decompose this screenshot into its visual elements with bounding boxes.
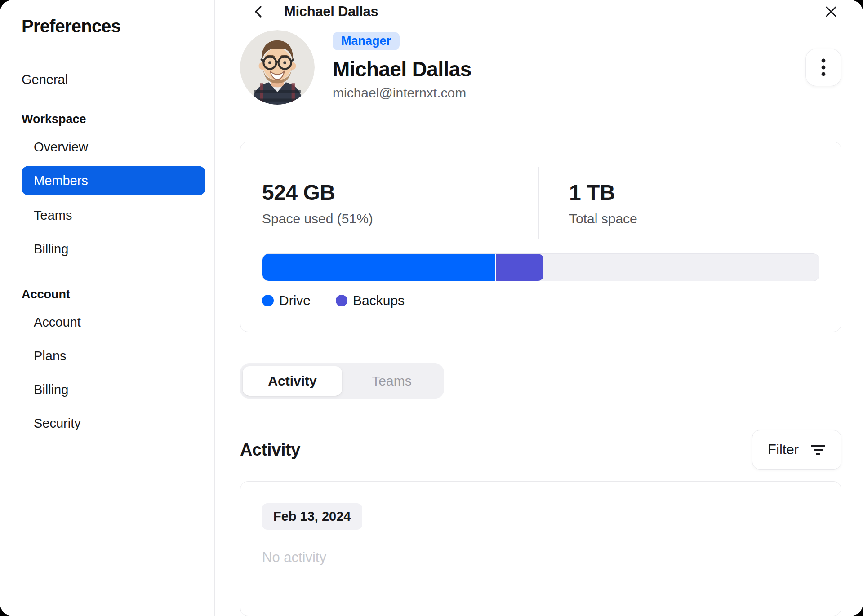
sidebar-item-general[interactable]: General [22,66,205,93]
activity-card: Feb 13, 2024 No activity [240,481,841,616]
detail-tabs: Activity Teams [240,363,444,399]
activity-empty-text: No activity [262,550,819,566]
kebab-menu-icon [821,58,826,77]
back-button[interactable] [248,1,269,22]
profile-info: Manager Michael Dallas michael@internxt.… [333,30,472,105]
space-used-value: 524 GB [262,180,538,205]
storage-card: 524 GB Space used (51%) 1 TB Total space… [240,142,841,332]
storage-legend: Drive Backups [262,293,819,308]
sidebar-section-workspace: Workspace [22,111,205,127]
backups-dot-icon [336,295,347,306]
activity-heading: Activity [240,440,300,460]
member-avatar [240,30,315,105]
legend-item-backups: Backups [336,293,405,308]
storage-stats: 524 GB Space used (51%) 1 TB Total space [262,167,819,239]
sidebar-item-overview[interactable]: Overview [22,133,205,161]
role-badge: Manager [333,32,400,50]
member-email: michael@internxt.com [333,85,472,101]
legend-item-drive: Drive [262,293,311,308]
total-space-value: 1 TB [569,180,637,205]
member-detail-panel: Michael Dallas [215,0,863,616]
sidebar-title: Preferences [22,16,205,36]
sidebar-section-account: Account [22,286,205,302]
topbar: Michael Dallas [240,0,841,23]
profile-row: Manager Michael Dallas michael@internxt.… [240,30,841,105]
tab-activity[interactable]: Activity [243,366,342,396]
storage-usage-bar [262,253,819,281]
sidebar: Preferences General Workspace Overview M… [0,0,215,616]
activity-header-row: Activity Filter [240,430,841,470]
storage-bar-backups [496,254,543,281]
space-used-stat: 524 GB Space used (51%) [262,180,538,226]
close-icon [823,4,839,20]
sidebar-item-plans[interactable]: Plans [22,342,205,370]
chevron-left-icon [250,4,267,20]
storage-bar-drive [262,254,496,281]
avatar-photo-icon [240,30,315,105]
sidebar-item-security[interactable]: Security [22,409,205,437]
member-options-button[interactable] [805,49,841,86]
sidebar-nav: General Workspace Overview Members Teams… [22,36,205,437]
space-used-label: Space used (51%) [262,211,538,226]
activity-date-chip: Feb 13, 2024 [262,503,362,530]
drive-dot-icon [262,295,274,306]
total-space-stat: 1 TB Total space [539,180,637,226]
member-name: Michael Dallas [333,57,472,81]
sidebar-item-teams[interactable]: Teams [22,201,205,229]
sidebar-item-members[interactable]: Members [22,166,205,195]
total-space-label: Total space [569,211,637,226]
topbar-title: Michael Dallas [284,4,378,20]
tab-teams[interactable]: Teams [342,366,441,396]
preferences-dialog: Preferences General Workspace Overview M… [0,0,863,616]
sidebar-item-account-billing[interactable]: Billing [22,376,205,403]
filter-button-label: Filter [768,442,799,458]
backups-legend-label: Backups [353,293,405,308]
drive-legend-label: Drive [279,293,311,308]
filter-lines-icon [810,444,826,456]
sidebar-item-workspace-billing[interactable]: Billing [22,235,205,263]
filter-button[interactable]: Filter [752,430,841,470]
close-button[interactable] [821,1,841,22]
sidebar-item-account[interactable]: Account [22,308,205,336]
